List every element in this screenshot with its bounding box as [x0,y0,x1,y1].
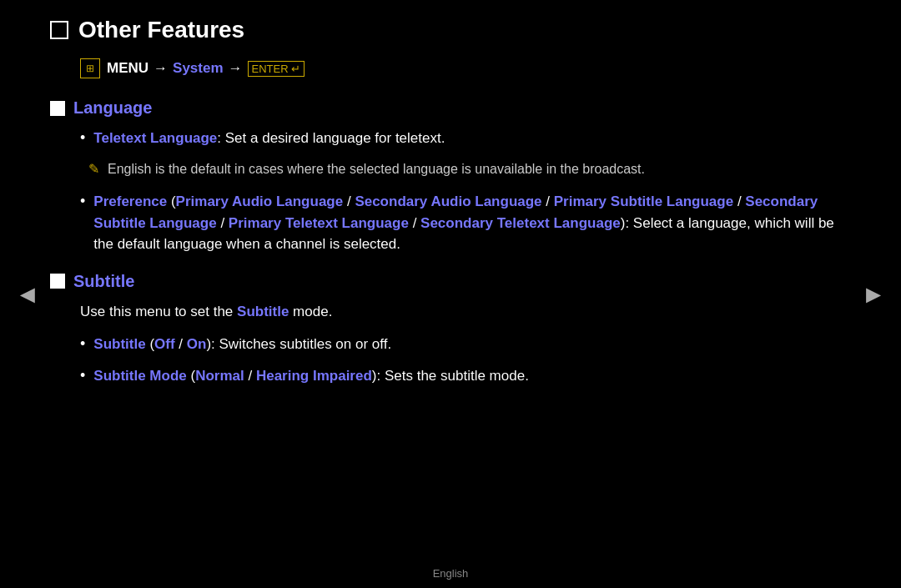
secondary-teletext-lang: Secondary Teletext Language [420,215,621,231]
teletext-bullet: • Teletext Language: Set a desired langu… [80,128,834,149]
subtitle-intro-after: mode. [289,304,332,319]
system-label: System [173,60,223,77]
bullet-dot-2: • [80,193,85,210]
subtitle-intro: Use this menu to set the Subtitle mode. [80,301,834,323]
language-section-title: Language [73,98,152,118]
note-text: English is the default in cases where th… [108,159,645,180]
subtitle-mode-text: Subtitle Mode (Normal / Hearing Impaired… [93,365,529,387]
subtitle-mode-bullet: • Subtitle Mode (Normal / Hearing Impair… [80,365,834,387]
language-section: Language • Teletext Language: Set a desi… [50,98,834,255]
teletext-desc: : Set a desired language for teletext. [217,130,445,146]
separator-4: / [220,215,228,231]
subtitle-intro-link: Subtitle [237,304,289,319]
separator-5: / [413,215,420,231]
title-row: Other Features [50,17,834,43]
menu-nav: ⊞ MENU → System → ENTER ↵ [80,58,834,78]
preference-label: Preference [93,193,167,209]
separator-1: / [347,193,355,209]
menu-label: MENU [107,60,148,77]
teletext-note: ✎ English is the default in cases where … [88,159,834,180]
separator-3: / [737,193,745,209]
subtitle-toggle-text: Subtitle (Off / On): Switches subtitles … [93,334,391,355]
subtitle-mode-label: Subtitle Mode [93,368,186,384]
language-section-square [50,101,65,116]
checkbox-icon [50,21,68,39]
language-section-content: • Teletext Language: Set a desired langu… [80,128,834,255]
subtitle-section-header: Subtitle [50,272,834,291]
subtitle-normal: Normal [195,368,244,384]
subtitle-toggle-suffix: ): Switches subtitles on or off. [206,336,391,352]
subtitle-off: Off [154,336,175,352]
menu-icon: ⊞ [80,58,100,78]
subtitle-toggle-bullet: • Subtitle (Off / On): Switches subtitle… [80,334,834,355]
bullet-dot-4: • [80,367,85,384]
separator-2: / [546,193,553,209]
page-container: ◄ ► Other Features ⊞ MENU → System → ENT… [0,0,901,588]
teletext-text: Teletext Language: Set a desired languag… [93,128,445,149]
subtitle-toggle-label: Subtitle [93,336,145,352]
bullet-dot-3: • [80,335,85,353]
subtitle-intro-before: Use this menu to set the [80,304,237,319]
primary-audio-lang: Primary Audio Language [176,193,344,209]
nav-arrow-right[interactable]: ► [861,280,886,309]
subtitle-hearing-impaired: Hearing Impaired [256,368,372,384]
preference-text: Preference (Primary Audio Language / Sec… [93,191,834,255]
subtitle-section-title: Subtitle [73,272,134,291]
subtitle-on: On [187,336,207,352]
secondary-audio-lang: Secondary Audio Language [355,193,541,209]
separator-6: / [179,336,186,352]
page-title: Other Features [78,17,244,43]
primary-subtitle-lang: Primary Subtitle Language [554,193,733,209]
subtitle-section-content: Use this menu to set the Subtitle mode. … [80,301,834,387]
note-icon: ✎ [88,161,99,177]
subtitle-section: Subtitle Use this menu to set the Subtit… [50,272,834,387]
subtitle-mode-suffix: ): Sets the subtitle mode. [372,368,529,384]
nav-arrow2: → [229,60,243,77]
language-section-header: Language [50,98,834,118]
enter-label: ENTER ↵ [248,61,305,77]
nav-arrow1: → [154,60,168,77]
bullet-dot-1: • [80,129,85,147]
subtitle-section-square [50,274,65,289]
nav-arrow-left[interactable]: ◄ [15,280,40,309]
preference-bullet: • Preference (Primary Audio Language / S… [80,191,834,255]
footer-language: English [433,567,469,580]
primary-teletext-lang: Primary Teletext Language [229,215,409,231]
teletext-label: Teletext Language [93,130,217,146]
separator-7: / [248,368,255,384]
